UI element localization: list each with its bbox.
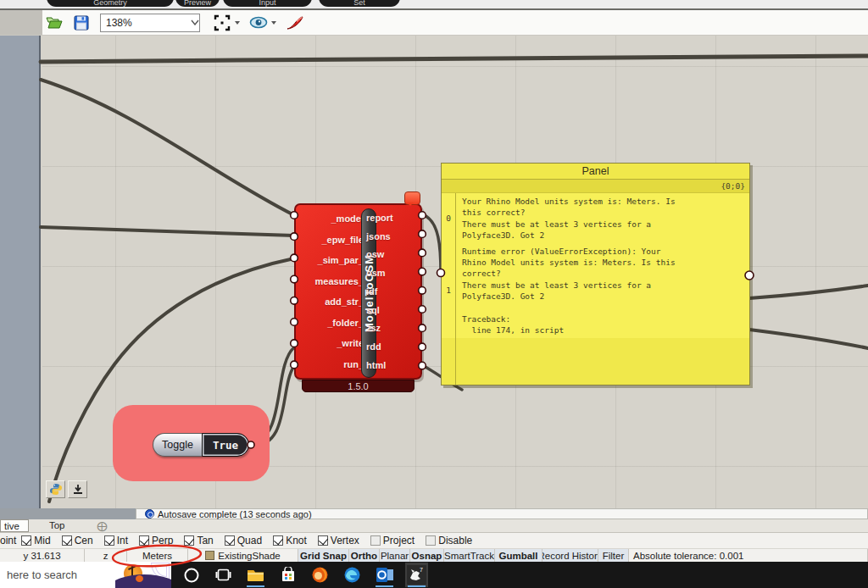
halloween-doodle[interactable] — [115, 562, 171, 588]
preview-caret[interactable] — [271, 21, 276, 25]
zoom-extents-caret[interactable] — [235, 21, 240, 25]
taskbar-search-box[interactable]: here to search — [0, 562, 171, 588]
component-output-zsz[interactable]: zsz — [366, 323, 381, 333]
osnap-tan[interactable]: Tan — [184, 535, 213, 546]
svg-text:7: 7 — [420, 567, 423, 573]
viewport-tabs-row: tive Top ⨁ — [0, 519, 868, 533]
osnap-cen[interactable]: Cen — [62, 535, 93, 546]
task-view-icon[interactable] — [212, 563, 235, 587]
component-output-idf[interactable]: idf — [366, 286, 377, 297]
tab-perspective[interactable]: tive — [0, 519, 29, 532]
checked-checkbox-icon[interactable] — [62, 535, 72, 546]
osnap-perp[interactable]: Perp — [139, 535, 173, 546]
checked-checkbox-icon[interactable] — [21, 535, 31, 546]
autosave-row: Autosave complete (13 seconds ago) — [0, 508, 868, 519]
taskbar-active-underline — [408, 585, 426, 587]
status-smarttrack[interactable]: SmartTrack — [444, 549, 495, 562]
panel-item: 0Your Rhino Model units system is: Meter… — [442, 193, 749, 243]
component-output-osw[interactable]: osw — [366, 249, 384, 259]
firefox-icon[interactable] — [309, 563, 331, 587]
status-meters[interactable]: Meters — [127, 549, 188, 562]
zoom-extents-icon[interactable] — [212, 14, 232, 32]
status-filter[interactable]: Filter — [598, 549, 629, 562]
store-icon[interactable] — [276, 563, 299, 587]
status-existingshade[interactable]: ExistingShade — [188, 549, 298, 562]
zoom-level-value: 138% — [101, 17, 191, 29]
cortana-icon[interactable] — [180, 563, 203, 587]
rhino-icon[interactable]: 7 — [405, 563, 428, 587]
edge-icon[interactable] — [341, 563, 364, 587]
component-input-measures_[interactable]: measures_ — [315, 276, 364, 286]
component-input-_sim_par_[interactable]: _sim_par_ — [318, 255, 364, 265]
panel-data-path: {0;0} — [442, 180, 749, 193]
taskbar-active-underline — [247, 585, 264, 587]
outlook-icon[interactable] — [373, 563, 396, 587]
open-file-icon[interactable] — [44, 14, 64, 32]
component-output-html[interactable]: html — [366, 360, 386, 370]
component-output-report[interactable]: report — [366, 213, 393, 223]
python-icon[interactable] — [46, 480, 65, 498]
component-input-_folder_[interactable]: _folder_ — [327, 318, 364, 328]
status-y-31-613: y 31.613 — [0, 549, 85, 562]
grasshopper-window: GeometryPreviewInputSet 138% — [0, 0, 868, 588]
file-explorer-icon[interactable] — [244, 563, 267, 587]
osnap-knot[interactable]: Knot — [273, 535, 307, 546]
panel-title[interactable]: Panel — [442, 164, 749, 180]
osnap-row: ointMidCenIntPerpTanQuadKnotVertexProjec… — [0, 533, 868, 548]
panel-item-index: 1 — [442, 243, 456, 338]
status-ortho[interactable]: Ortho — [349, 549, 380, 562]
status-grid-snap[interactable]: Grid Snap — [298, 549, 349, 562]
add-viewport-icon[interactable]: ⨁ — [97, 521, 107, 531]
component-output-sql[interactable]: sql — [366, 305, 380, 315]
unchecked-checkbox-icon[interactable] — [370, 535, 381, 546]
osnap-project[interactable]: Project — [370, 535, 415, 546]
osnap-disable[interactable]: Disable — [426, 535, 472, 546]
osnap-int[interactable]: Int — [104, 535, 128, 546]
checked-checkbox-icon[interactable] — [184, 535, 194, 546]
component-input-_write[interactable]: _write — [337, 338, 364, 348]
ribbon-tab-geometry[interactable]: Geometry — [47, 0, 174, 7]
component-version-badge: 1.5.0 — [302, 380, 415, 392]
gh-panel[interactable]: Panel {0;0} 0Your Rhino Model units syst… — [441, 163, 750, 386]
sketch-pen-icon[interactable] — [285, 14, 305, 32]
checked-checkbox-icon[interactable] — [225, 535, 235, 546]
component-outputs: reportjsonsoswosmidfsqlzszrddhtml — [366, 208, 415, 374]
zoom-level-select[interactable]: 138% — [100, 14, 200, 32]
component-input-_epw_file[interactable]: _epw_file — [321, 235, 364, 245]
ribbon-tabs-row: GeometryPreviewInputSet — [0, 0, 868, 8]
tab-top[interactable]: Top — [41, 519, 74, 532]
osnap-mid[interactable]: Mid — [21, 535, 50, 546]
status-osnap[interactable]: Osnap — [410, 549, 444, 562]
status-planar[interactable]: Planar — [380, 549, 410, 562]
ribbon-tab-preview[interactable]: Preview — [175, 0, 220, 7]
component-output-osm[interactable]: osm — [366, 268, 386, 278]
checked-checkbox-icon[interactable] — [318, 535, 328, 546]
checked-checkbox-icon[interactable] — [104, 535, 114, 546]
ribbon-tab-set[interactable]: Set — [319, 0, 400, 7]
preview-eye-icon[interactable] — [248, 14, 269, 32]
rhino-viewport-edge — [0, 36, 41, 508]
component-output-rdd[interactable]: rdd — [366, 341, 381, 352]
download-icon[interactable] — [68, 480, 87, 498]
osnap-quad[interactable]: Quad — [225, 535, 262, 546]
checked-checkbox-icon[interactable] — [139, 535, 149, 546]
panel-item: 1Runtime error (ValueErrorException): Yo… — [442, 243, 749, 338]
toggle-value[interactable]: True — [202, 433, 249, 457]
component-input-_model[interactable]: _model — [331, 214, 364, 224]
status-gumball[interactable]: Gumball — [495, 549, 542, 562]
component-output-jsons[interactable]: jsons — [366, 231, 391, 241]
windows-taskbar: here to search 7 — [0, 562, 868, 588]
boolean-toggle[interactable]: Toggle True — [153, 433, 249, 457]
modeltoosm-component[interactable]: _model_epw_file_sim_par_measures_add_str… — [294, 203, 422, 380]
error-balloon-icon[interactable] — [404, 191, 420, 205]
status-record-history[interactable]: Record History — [542, 549, 598, 562]
status-absolute-tolerance-0-001: Absolute tolerance: 0.001 — [629, 549, 868, 562]
osnap-vertex[interactable]: Vertex — [318, 535, 359, 546]
osnap-label-cut: oint — [0, 535, 16, 546]
unchecked-checkbox-icon[interactable] — [426, 535, 436, 546]
checked-checkbox-icon[interactable] — [273, 535, 283, 546]
save-file-icon[interactable] — [71, 14, 92, 32]
rhino-autosave-icon — [145, 509, 154, 519]
component-input-add_str_[interactable]: add_str_ — [325, 297, 364, 307]
ribbon-tab-input[interactable]: Input — [223, 0, 312, 7]
